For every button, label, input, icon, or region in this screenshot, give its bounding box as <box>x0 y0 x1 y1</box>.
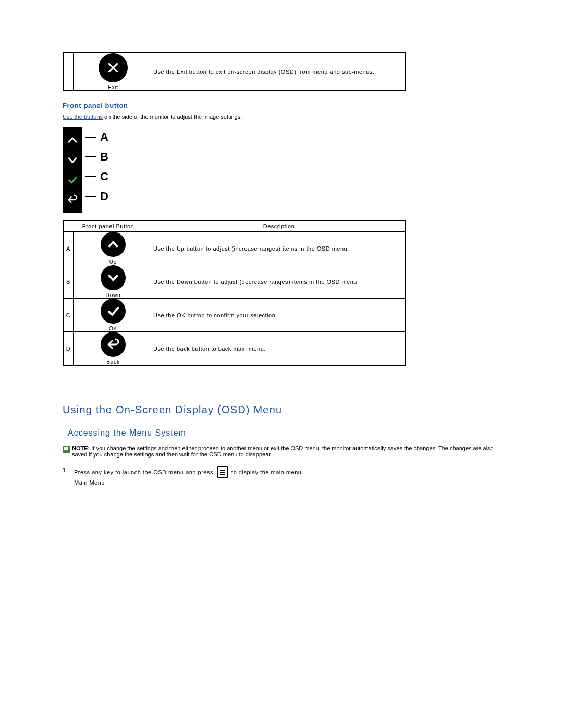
icon-cell: OK <box>74 299 153 332</box>
description-cell: Use the Down button to adjust (decrease … <box>153 265 406 299</box>
panel-labels: A B C D <box>82 127 108 206</box>
description-cell: Use the Up button to adjust (increase ra… <box>153 232 406 265</box>
down-icon <box>63 150 82 170</box>
button-table: Front panel Button Description A Up Use … <box>63 220 406 366</box>
ordered-step: 1. Press any key to launch the OSD menu … <box>63 467 501 488</box>
up-icon <box>63 130 82 150</box>
up-icon <box>101 232 126 257</box>
back-icon <box>101 332 126 357</box>
table-row: A Up Use the Up button to adjust (increa… <box>63 232 405 265</box>
menu-icon <box>217 466 228 478</box>
note-body: NOTE:If you change the settings and then… <box>72 445 501 458</box>
diagram-label: D <box>85 187 108 206</box>
diagram-label: A <box>85 127 108 147</box>
row-index: D <box>63 332 74 366</box>
table-row: D Back Use the back button to back main … <box>63 332 405 366</box>
table-header-row: Front panel Button Description <box>63 220 405 232</box>
step-extra: Main Menu <box>74 479 105 486</box>
description-cell: Use the back button to back main menu. <box>153 332 406 366</box>
icon-label: Up <box>74 259 153 265</box>
col-header: Description <box>153 220 406 232</box>
icon-cell: Up <box>74 232 153 265</box>
note-text: If you change the settings and then eith… <box>72 445 494 458</box>
icon-cell: Down <box>74 265 153 299</box>
table-row: C OK Use the OK button to confirm your s… <box>63 299 405 332</box>
icon-cell: Exit <box>74 53 153 91</box>
down-icon <box>101 265 126 290</box>
row-index: C <box>63 299 74 332</box>
icon-label: OK <box>74 326 153 331</box>
step-text-b: to display the main menu. <box>231 469 303 475</box>
note-icon <box>63 446 70 453</box>
body-rest: on the side of the monitor to adjust the… <box>103 114 242 120</box>
body-text: Use the buttons on the side of the monit… <box>63 114 501 120</box>
step-body: Press any key to launch the OSD menu and… <box>74 467 501 488</box>
close-icon <box>99 53 128 82</box>
section-heading: Front panel button <box>63 102 501 109</box>
step-number: 1. <box>63 467 74 488</box>
diagram-label: B <box>85 147 108 167</box>
description-cell: Use the OK button to confirm your select… <box>153 299 406 332</box>
icon-cell: Back <box>74 332 153 366</box>
back-icon <box>63 190 82 209</box>
icon-label: Exit <box>74 84 153 90</box>
use-buttons-link[interactable]: Use the buttons <box>63 114 103 120</box>
panel-strip <box>63 127 82 213</box>
icon-label: Back <box>74 359 153 365</box>
table-row: B Down Use the Down button to adjust (de… <box>63 265 405 299</box>
description-cell: Use the Exit button to exit on-screen di… <box>153 53 406 91</box>
step-text-a: Press any key to launch the OSD menu and… <box>74 469 215 475</box>
note-label: NOTE: <box>72 445 90 451</box>
table-row: Exit Use the Exit button to exit on-scre… <box>63 53 405 91</box>
note: NOTE:If you change the settings and then… <box>63 445 501 458</box>
row-index: A <box>63 232 74 265</box>
button-table-fragment: Exit Use the Exit button to exit on-scre… <box>63 52 406 91</box>
col-header: Front panel Button <box>63 220 153 232</box>
check-icon <box>63 170 82 190</box>
row-index: B <box>63 265 74 299</box>
diagram-label: C <box>85 167 108 187</box>
osd-heading: Using the On-Screen Display (OSD) Menu <box>63 404 501 416</box>
icon-label: Down <box>74 292 153 298</box>
check-icon <box>101 299 126 324</box>
osd-subheading: Accessing the Menu System <box>68 428 501 438</box>
row-index <box>63 53 74 91</box>
divider <box>63 389 501 389</box>
panel-diagram: A B C D <box>63 127 501 213</box>
